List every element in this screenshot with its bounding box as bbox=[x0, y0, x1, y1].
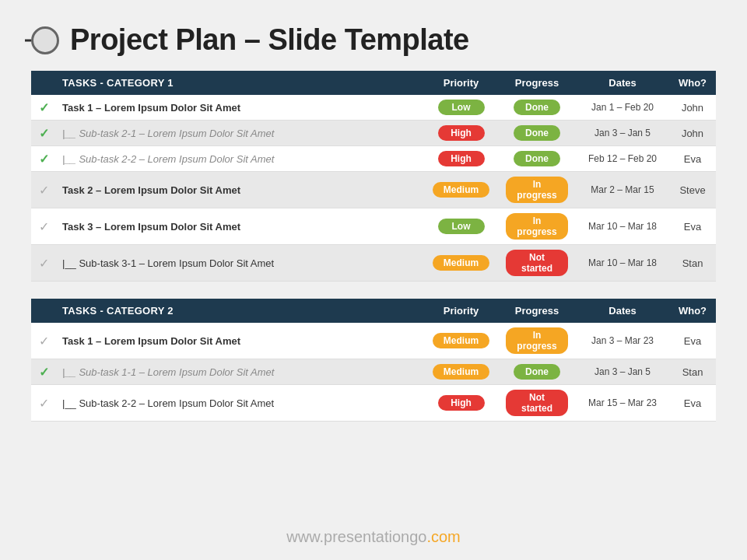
header-icon bbox=[31, 26, 59, 54]
progress-badge: In progress bbox=[506, 213, 568, 240]
category2-header-row: TASKS - CATEGORY 2 Priority Progress Dat… bbox=[31, 299, 716, 323]
priority-badge: High bbox=[438, 125, 485, 141]
task-name: |__ Sub-task 1-1 – Lorem Ipsum Dolor Sit… bbox=[62, 366, 274, 378]
priority-cell: Low bbox=[424, 95, 498, 121]
who-cell: Eva bbox=[669, 146, 716, 172]
category1-title: TASKS - CATEGORY 1 bbox=[54, 71, 424, 95]
dates-cell: Mar 10 – Mar 18 bbox=[576, 245, 669, 282]
priority-badge: Low bbox=[438, 100, 485, 115]
task-name: |__ Sub-task 2-1 – Lorem Ipsum Dolor Sit… bbox=[62, 128, 274, 139]
col-who-1: Who? bbox=[669, 71, 716, 95]
progress-cell: Not started bbox=[498, 245, 576, 282]
dates-cell: Jan 3 – Jan 5 bbox=[576, 359, 669, 385]
table-row: ✓|__ Sub-task 3-1 – Lorem Ipsum Dolor Si… bbox=[31, 245, 716, 282]
col-dates-2: Dates bbox=[576, 299, 669, 323]
check-icon: ✓ bbox=[39, 334, 49, 348]
page-title: Project Plan – Slide Template bbox=[70, 23, 469, 57]
who-cell: Eva bbox=[669, 323, 716, 359]
who-cell: John bbox=[669, 121, 716, 146]
who-cell: John bbox=[669, 95, 716, 121]
progress-cell: In progress bbox=[498, 172, 576, 208]
who-cell: Eva bbox=[669, 385, 716, 422]
slide: Project Plan – Slide Template TASKS - CA… bbox=[0, 0, 747, 560]
check-cell: ✓ bbox=[31, 359, 54, 385]
progress-cell: Not started bbox=[498, 385, 576, 422]
table-row: ✓Task 1 – Lorem Ipsum Dolor Sit AmetLowD… bbox=[31, 95, 716, 121]
progress-badge: Done bbox=[514, 151, 560, 166]
dates-cell: Jan 1 – Feb 20 bbox=[576, 95, 669, 121]
priority-badge: Low bbox=[438, 219, 485, 234]
check-icon: ✓ bbox=[39, 127, 49, 140]
check-icon: ✓ bbox=[39, 184, 49, 197]
category2-section: TASKS - CATEGORY 2 Priority Progress Dat… bbox=[31, 299, 716, 422]
header-line-decoration bbox=[25, 39, 31, 41]
task-name: |__ Sub-task 2-2 – Lorem Ipsum Dolor Sit… bbox=[62, 397, 274, 409]
priority-badge: Medium bbox=[433, 182, 489, 198]
priority-badge: Medium bbox=[433, 255, 489, 271]
col-priority-2: Priority bbox=[424, 299, 498, 323]
check-icon: ✓ bbox=[39, 366, 49, 379]
task-name: |__ Sub-task 3-1 – Lorem Ipsum Dolor Sit… bbox=[62, 257, 274, 269]
task-name-cell: |__ Sub-task 1-1 – Lorem Ipsum Dolor Sit… bbox=[54, 359, 424, 385]
who-cell: Stan bbox=[669, 245, 716, 282]
footer-text-tld: .com bbox=[426, 528, 460, 545]
footer: www.presentationgo.com bbox=[0, 528, 747, 546]
priority-cell: High bbox=[424, 121, 498, 146]
who-cell: Stan bbox=[669, 359, 716, 385]
table-row: ✓Task 3 – Lorem Ipsum Dolor Sit AmetLowI… bbox=[31, 208, 716, 245]
check-icon: ✓ bbox=[39, 397, 49, 410]
table-row: ✓|__ Sub-task 2-2 – Lorem Ipsum Dolor Si… bbox=[31, 385, 716, 422]
check-icon: ✓ bbox=[39, 101, 49, 114]
task-name-cell: Task 3 – Lorem Ipsum Dolor Sit Amet bbox=[54, 208, 424, 245]
priority-cell: Medium bbox=[424, 172, 498, 208]
col-progress-1: Progress bbox=[498, 71, 576, 95]
progress-badge: In progress bbox=[506, 327, 568, 354]
priority-badge: Medium bbox=[433, 333, 489, 348]
table-row: ✓|__ Sub-task 2-2 – Lorem Ipsum Dolor Si… bbox=[31, 146, 716, 172]
header: Project Plan – Slide Template bbox=[31, 16, 716, 57]
table-row: ✓|__ Sub-task 2-1 – Lorem Ipsum Dolor Si… bbox=[31, 121, 716, 146]
col-progress-2: Progress bbox=[498, 299, 576, 323]
priority-badge: High bbox=[438, 151, 485, 166]
task-name-cell: |__ Sub-task 3-1 – Lorem Ipsum Dolor Sit… bbox=[54, 245, 424, 282]
progress-cell: In progress bbox=[498, 208, 576, 245]
task-name-cell: Task 1 – Lorem Ipsum Dolor Sit Amet bbox=[54, 323, 424, 359]
dates-cell: Feb 12 – Feb 20 bbox=[576, 146, 669, 172]
priority-badge: High bbox=[438, 395, 485, 411]
priority-cell: Medium bbox=[424, 359, 498, 385]
dates-cell: Mar 15 – Mar 23 bbox=[576, 385, 669, 422]
task-name-cell: Task 2 – Lorem Ipsum Dolor Sit Amet bbox=[54, 172, 424, 208]
progress-cell: In progress bbox=[498, 323, 576, 359]
who-cell: Eva bbox=[669, 208, 716, 245]
progress-badge: In progress bbox=[506, 177, 568, 203]
priority-cell: High bbox=[424, 146, 498, 172]
task-name-cell: |__ Sub-task 2-1 – Lorem Ipsum Dolor Sit… bbox=[54, 121, 424, 146]
check-cell: ✓ bbox=[31, 208, 54, 245]
progress-badge: Done bbox=[514, 100, 560, 115]
check-icon: ✓ bbox=[39, 257, 49, 270]
task-name-cell: |__ Sub-task 2-2 – Lorem Ipsum Dolor Sit… bbox=[54, 146, 424, 172]
priority-cell: Medium bbox=[424, 323, 498, 359]
priority-cell: High bbox=[424, 385, 498, 422]
col-who-2: Who? bbox=[669, 299, 716, 323]
priority-cell: Low bbox=[424, 208, 498, 245]
check-cell: ✓ bbox=[31, 172, 54, 208]
task-name-cell: Task 1 – Lorem Ipsum Dolor Sit Amet bbox=[54, 95, 424, 121]
task-name-cell: |__ Sub-task 2-2 – Lorem Ipsum Dolor Sit… bbox=[54, 385, 424, 422]
col-dates-1: Dates bbox=[576, 71, 669, 95]
priority-cell: Medium bbox=[424, 245, 498, 282]
progress-badge: Done bbox=[514, 125, 560, 141]
progress-badge: Not started bbox=[506, 390, 568, 416]
task-name: Task 1 – Lorem Ipsum Dolor Sit Amet bbox=[62, 102, 240, 114]
progress-cell: Done bbox=[498, 121, 576, 146]
check-cell: ✓ bbox=[31, 385, 54, 422]
check-cell: ✓ bbox=[31, 121, 54, 146]
check-cell: ✓ bbox=[31, 146, 54, 172]
category2-table: TASKS - CATEGORY 2 Priority Progress Dat… bbox=[31, 299, 716, 422]
progress-cell: Done bbox=[498, 95, 576, 121]
who-cell: Steve bbox=[669, 172, 716, 208]
dates-cell: Jan 3 – Jan 5 bbox=[576, 121, 669, 146]
table-row: ✓Task 2 – Lorem Ipsum Dolor Sit AmetMedi… bbox=[31, 172, 716, 208]
progress-cell: Done bbox=[498, 146, 576, 172]
check-cell: ✓ bbox=[31, 95, 54, 121]
